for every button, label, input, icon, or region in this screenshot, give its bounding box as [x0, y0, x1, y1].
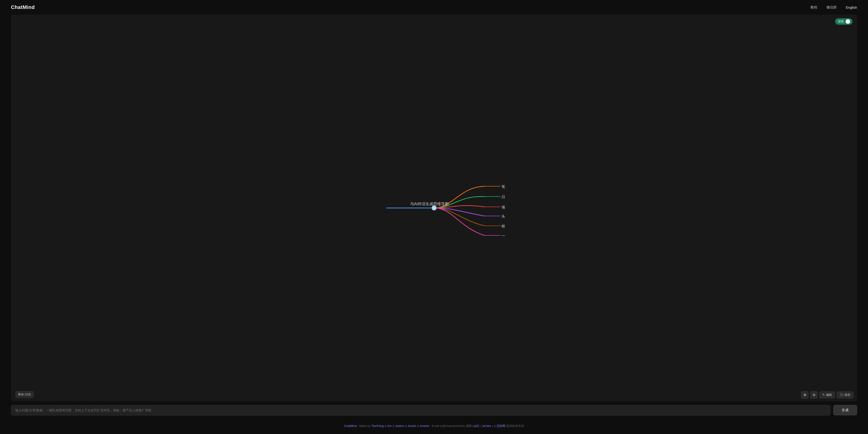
logo: ChatMind	[11, 4, 35, 10]
mindmap-container: 与AI对话生成思维导图 笔记总结 日程安排 项目管理 头脑风暴 框架梳理 一键演…	[11, 169, 857, 247]
branch-label-4: 框架梳理	[501, 224, 505, 228]
save-button[interactable]: ⬛ 保存	[837, 392, 854, 398]
footer-laf-cloud-link[interactable]: Laf云	[472, 424, 479, 428]
nav-tutorial[interactable]: 教程	[810, 5, 817, 9]
navigation: 教程 微信群 English	[810, 5, 857, 9]
footer-author1-link[interactable]: TianFang	[371, 424, 384, 428]
footer-paren-open: (	[480, 424, 482, 428]
canvas-area: 深色 与AI对话生成思维导图	[11, 15, 857, 401]
footer-brand-link[interactable]: ChatMind	[344, 424, 357, 428]
edit-icon: ✎	[822, 393, 825, 397]
dark-mode-toggle[interactable]: 深色	[835, 18, 852, 25]
footer: ChatMind · Made by TianFang & Am & Jeekr…	[0, 419, 868, 434]
nav-english[interactable]: English	[846, 5, 857, 9]
save-label: 保存	[844, 393, 850, 397]
input-area: 生成	[11, 405, 857, 415]
zoom-out-button[interactable]: ⊖	[810, 391, 817, 399]
footer-paren-close: ) &	[492, 424, 496, 428]
dark-mode-label: 深色	[838, 20, 844, 24]
branch-label-2: 项目管理	[501, 205, 505, 209]
branch-label-1: 日程安排	[501, 195, 505, 199]
zoom-in-icon: ⊕	[803, 393, 806, 397]
footer-madeby: · Made by	[358, 424, 370, 428]
branch-label-3: 头脑风暴	[501, 214, 505, 218]
remaining-badge: 剩余:10次	[16, 391, 34, 398]
mindmap-svg: 与AI对话生成思维导图 笔记总结 日程安排 项目管理 头脑风暴 框架梳理 一键演…	[363, 169, 505, 247]
prompt-input[interactable]	[11, 405, 831, 415]
edit-button[interactable]: ✎ 编辑	[819, 392, 835, 398]
footer-amp3: &	[405, 424, 408, 428]
footer-author3-link[interactable]: Jeekrs	[395, 424, 404, 428]
header: ChatMind 教程 微信群 English	[0, 0, 868, 15]
footer-author2-link[interactable]: Am	[387, 424, 392, 428]
footer-author4-link[interactable]: Jevein	[408, 424, 416, 428]
footer-laf-dev-link[interactable]: laf.dev	[482, 424, 491, 428]
svg-point-1	[432, 206, 436, 210]
zoom-in-button[interactable]: ⊕	[801, 391, 808, 399]
footer-dash: - Email (z@chatmind.tech)	[430, 424, 466, 428]
footer-baixing-link[interactable]: 百姓网	[496, 424, 505, 428]
footer-thanks: 感谢	[466, 424, 472, 428]
branch-label-5: 一键演示	[501, 234, 505, 238]
mindmap-center-label: 与AI对话生成思维导图	[410, 202, 449, 206]
footer-amp1: &	[384, 424, 387, 428]
footer-amp4: &	[417, 424, 420, 428]
save-icon: ⬛	[840, 393, 843, 397]
generate-button[interactable]: 生成	[833, 405, 857, 415]
edit-label: 编辑	[826, 393, 832, 397]
footer-amp2: &	[393, 424, 395, 428]
toggle-circle	[846, 19, 850, 24]
footer-support: 提供技术支持	[506, 424, 524, 428]
nav-wechat[interactable]: 微信群	[827, 5, 837, 9]
footer-author5-link[interactable]: Acwink	[420, 424, 429, 428]
branch-label-0: 笔记总结	[501, 185, 505, 189]
zoom-out-icon: ⊖	[812, 393, 815, 397]
canvas-toolbar: ⊕ ⊖ ✎ 编辑 ⬛ 保存	[801, 391, 854, 399]
